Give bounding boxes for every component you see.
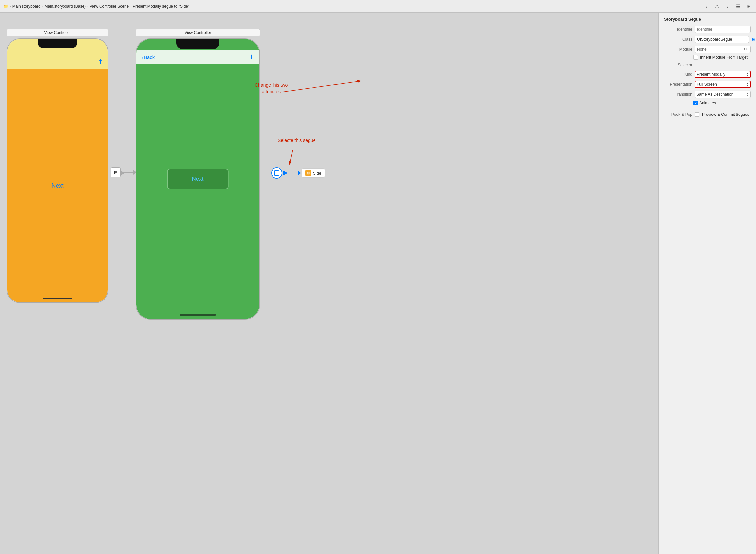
breadcrumb-vc-scene[interactable]: View Controller Scene xyxy=(89,4,129,9)
kind-stepper[interactable]: ▲ ▼ xyxy=(746,72,749,77)
animates-checkbox-item: ✓ Animates xyxy=(693,101,716,105)
warning-icon: ⚠ xyxy=(713,2,721,10)
canvas-area[interactable]: View Controller ⬆ Next ⊞ xyxy=(0,13,658,554)
main-layout: View Controller ⬆ Next ⊞ xyxy=(0,13,756,554)
segue-circle[interactable] xyxy=(271,167,282,179)
segue-arrow-head xyxy=(298,171,301,175)
segue-line xyxy=(282,173,298,173)
inherit-label: Inherit Module From Target xyxy=(700,55,748,60)
animates-row: ✓ Animates xyxy=(659,99,756,107)
inherit-row: Inherit Module From Target xyxy=(659,54,756,60)
transition-select[interactable]: Same As Destination ▲ ▼ xyxy=(695,91,751,98)
peek-pop-row: Peek & Pop Preview & Commit Segues xyxy=(659,111,756,118)
class-label: Class xyxy=(664,37,692,42)
preview-label: Preview & Commit Segues xyxy=(702,112,749,117)
class-row: Class ⊕ ▼ xyxy=(659,35,756,44)
list-icon[interactable]: ☰ xyxy=(734,2,742,10)
side-destination: ⊡ Side xyxy=(302,168,325,178)
download-icon[interactable]: ⬇ xyxy=(249,53,254,61)
breadcrumb-icon: 📁 xyxy=(3,4,8,9)
svg-line-8 xyxy=(290,150,293,164)
annotation-select: Selecte this segue xyxy=(278,138,315,143)
presentation-stepper[interactable]: ▲ ▼ xyxy=(746,82,749,87)
next-button-right[interactable]: Next xyxy=(167,169,229,189)
breadcrumb-storyboard[interactable]: Main.storyboard xyxy=(12,4,41,9)
left-vc-title: View Controller xyxy=(7,29,109,37)
kind-value: Present Modally xyxy=(697,72,725,77)
kind-row: Kind Present Modally ▲ ▼ xyxy=(659,69,756,79)
identifier-label: Identifier xyxy=(664,27,692,32)
left-vc-container: View Controller ⬆ Next xyxy=(7,29,109,303)
left-home-bar xyxy=(43,298,72,299)
right-vc-container: View Controller ‹ Back ⬇ Next xyxy=(136,29,260,320)
module-label: Module xyxy=(664,47,692,52)
back-button[interactable]: ‹ Back xyxy=(141,54,155,60)
animates-checkbox[interactable]: ✓ xyxy=(693,101,698,105)
connection-icon: ⊞ xyxy=(111,167,121,177)
class-add-icon[interactable]: ⊕ xyxy=(750,36,756,43)
breadcrumb-segue[interactable]: Present Modally segue to "Side" xyxy=(133,4,189,9)
side-label: Side xyxy=(313,171,321,176)
transition-row: Transition Same As Destination ▲ ▼ xyxy=(659,89,756,99)
module-row: Module None ⬆⬇ xyxy=(659,44,756,54)
peek-checkbox[interactable] xyxy=(695,112,699,117)
right-panel: Storyboard Segue Identifier Class ⊕ ▼ Mo… xyxy=(658,13,756,554)
class-field-wrapper: ⊕ ▼ xyxy=(695,36,756,43)
right-nav-bar: ‹ Back ⬇ xyxy=(136,50,259,64)
selector-row: Selector xyxy=(659,60,756,69)
kind-select[interactable]: Present Modally ▲ ▼ xyxy=(695,71,751,78)
left-phone-shell: ⬆ Next xyxy=(7,38,109,303)
right-phone-shell: ‹ Back ⬇ Next xyxy=(136,38,260,320)
right-home-bar xyxy=(180,314,216,316)
vc-connection-arrow: ⊞ xyxy=(111,167,137,177)
identifier-input[interactable] xyxy=(695,26,751,33)
grid-icon[interactable]: ⊞ xyxy=(745,2,753,10)
svg-line-5 xyxy=(283,81,361,92)
panel-separator xyxy=(659,109,756,109)
presentation-select[interactable]: Full Screen ▲ ▼ xyxy=(695,81,751,88)
right-vc-title: View Controller xyxy=(136,29,260,37)
transition-label: Transition xyxy=(664,92,692,97)
breadcrumb: 📁 › Main.storyboard › Main.storyboard (B… xyxy=(3,4,700,9)
left-notch xyxy=(38,39,77,48)
forward-nav-button[interactable]: › xyxy=(723,2,732,10)
breadcrumb-storyboard-base[interactable]: Main.storyboard (Base) xyxy=(44,4,86,9)
toolbar-icons: ‹ ⚠ › ☰ ⊞ xyxy=(702,2,753,10)
transition-value: Same As Destination xyxy=(696,92,733,97)
chevron-left-icon: ‹ xyxy=(141,54,143,60)
main-toolbar: 📁 › Main.storyboard › Main.storyboard (B… xyxy=(0,0,756,13)
class-input[interactable] xyxy=(695,36,749,43)
annotation-change: Change this twoattributes xyxy=(255,82,288,95)
left-orange-area: Next xyxy=(7,69,108,302)
identifier-row: Identifier xyxy=(659,24,756,35)
segue-square-inner xyxy=(274,170,279,176)
peek-label: Peek & Pop xyxy=(664,112,692,117)
animates-label: Animates xyxy=(699,101,716,105)
kind-label: Kind xyxy=(664,72,692,77)
selector-label: Selector xyxy=(664,63,692,67)
arrow-line xyxy=(121,172,133,173)
presentation-row: Presentation Full Screen ▲ ▼ xyxy=(659,79,756,89)
module-dropdown[interactable]: None ⬆⬇ xyxy=(695,46,751,53)
back-nav-button[interactable]: ‹ xyxy=(702,2,710,10)
inherit-checkbox[interactable] xyxy=(693,55,698,60)
transition-stepper[interactable]: ▲ ▼ xyxy=(747,92,749,97)
next-label-left: Next xyxy=(51,182,63,189)
back-label: Back xyxy=(144,54,155,60)
side-orange-icon: ⊡ xyxy=(305,170,311,176)
segue-connection[interactable]: ⊡ Side xyxy=(271,167,325,179)
right-notch xyxy=(176,39,219,49)
presentation-label: Presentation xyxy=(664,82,692,87)
panel-title: Storyboard Segue xyxy=(659,13,756,24)
share-icon[interactable]: ⬆ xyxy=(98,58,103,65)
presentation-value: Full Screen xyxy=(697,82,717,87)
